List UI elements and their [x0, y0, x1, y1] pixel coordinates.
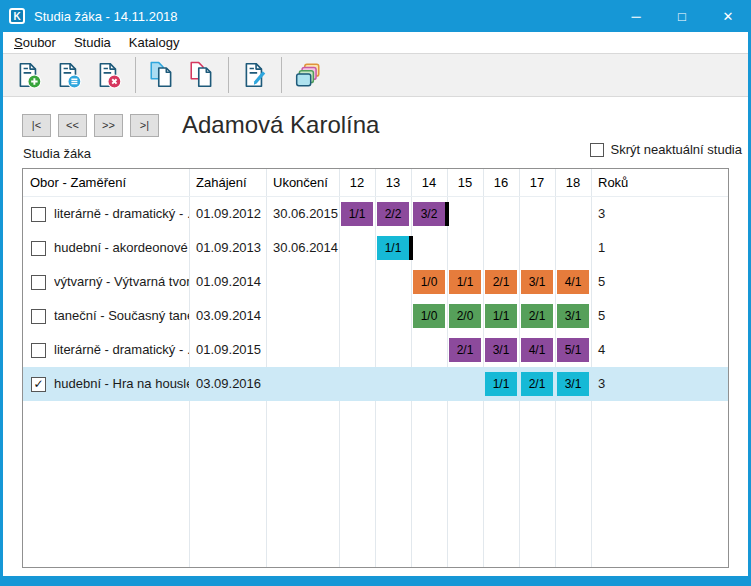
menu-item-studia[interactable]: Studia — [65, 32, 120, 53]
study-checkbox[interactable]: ✓ — [31, 377, 46, 392]
study-name-cell: výtvarný - Výtvarná tvor — [23, 265, 189, 299]
toolbar-separator — [281, 57, 282, 93]
years-count: 1 — [591, 231, 728, 265]
end-date: 30.06.2015 — [266, 197, 339, 231]
study-checkbox[interactable] — [31, 343, 46, 358]
years-count: 3 — [591, 197, 728, 231]
year-cell: 3/2 — [413, 202, 445, 226]
start-date: 03.09.2016 — [189, 367, 266, 401]
menu-item-soubor[interactable]: Soubor — [5, 32, 65, 53]
study-detail-icon — [55, 61, 83, 89]
previous-record-button[interactable]: << — [58, 114, 87, 137]
menu-item-katalogy[interactable]: Katalogy — [120, 32, 189, 53]
checkbox-icon[interactable] — [590, 143, 604, 157]
study-name: výtvarný - Výtvarná tvor — [54, 265, 189, 299]
year-cell: 2/1 — [449, 338, 481, 362]
year-cell: 1/1 — [341, 202, 373, 226]
column-header: 13 — [375, 169, 411, 196]
student-name: Adamová Karolína — [182, 111, 379, 139]
last-record-button[interactable]: >| — [130, 114, 159, 137]
table-header: Obor - ZaměřeníZahájeníUkončení121314151… — [23, 169, 728, 197]
toolbar-separator — [135, 57, 136, 93]
year-cell: 3/1 — [521, 270, 553, 294]
table-row[interactable]: výtvarný - Výtvarná tvor01.09.20141/01/1… — [23, 265, 728, 299]
study-detail-button[interactable] — [49, 56, 89, 94]
menu-bar: SouborStudiaKatalogy — [3, 32, 748, 53]
catalogs-button[interactable] — [288, 56, 328, 94]
years-count: 4 — [591, 333, 728, 367]
copy-study-red-button[interactable] — [182, 56, 222, 94]
first-record-button[interactable]: |< — [22, 114, 51, 137]
year-cell: 2/2 — [377, 202, 409, 226]
app-window: K Studia žáka - 14.11.2018 ─ □ ✕ SouborS… — [0, 0, 751, 586]
table-row[interactable]: literárně - dramatický - ...01.09.20152/… — [23, 333, 728, 367]
start-date: 01.09.2013 — [189, 231, 266, 265]
year-cell: 3/1 — [557, 372, 589, 396]
record-navigator: |< << >> >| Adamová Karolína — [22, 111, 379, 139]
year-cell: 2/1 — [485, 270, 517, 294]
column-header: Ukončení — [266, 169, 339, 196]
catalogs-icon — [294, 61, 322, 89]
app-icon: K — [9, 8, 25, 24]
window-title: Studia žáka - 14.11.2018 — [34, 9, 178, 24]
hide-inactive-checkbox[interactable]: Skrýt neaktuální studia — [590, 142, 742, 157]
table-body: literárně - dramatický - ...01.09.201230… — [23, 197, 728, 401]
next-record-button[interactable]: >> — [94, 114, 123, 137]
study-name: hudební - Hra na housle — [54, 367, 189, 401]
table-row[interactable]: hudební - akordeonové01.09.201330.06.201… — [23, 231, 728, 265]
year-cell: 5/1 — [557, 338, 589, 362]
end-date — [266, 265, 339, 299]
copy-study-red-icon — [188, 61, 216, 89]
year-cell: 1/0 — [413, 270, 445, 294]
column-header: 12 — [339, 169, 375, 196]
title-bar: K Studia žáka - 14.11.2018 ─ □ ✕ — [0, 0, 751, 32]
study-checkbox[interactable] — [31, 309, 46, 324]
column-header: Roků — [591, 169, 728, 196]
study-name: hudební - akordeonové — [54, 231, 188, 265]
study-checkbox[interactable] — [31, 275, 46, 290]
year-cell: 4/1 — [557, 270, 589, 294]
year-cell: 2/0 — [449, 304, 481, 328]
study-name-cell: literárně - dramatický - ... — [23, 197, 189, 231]
end-date — [266, 299, 339, 333]
close-button[interactable]: ✕ — [705, 0, 751, 32]
copy-study-icon — [148, 61, 176, 89]
year-cell: 1/1 — [377, 236, 409, 260]
study-name-cell: taneční - Současný tanec — [23, 299, 189, 333]
column-header: 17 — [519, 169, 555, 196]
column-header: Obor - Zaměření — [23, 169, 189, 196]
year-cell: 2/1 — [521, 304, 553, 328]
year-cell: 1/1 — [449, 270, 481, 294]
minimize-button[interactable]: ─ — [613, 0, 659, 32]
toolbar-separator — [228, 57, 229, 93]
year-cell: 1/0 — [413, 304, 445, 328]
start-date: 01.09.2015 — [189, 333, 266, 367]
maximize-button[interactable]: □ — [659, 0, 705, 32]
window-controls: ─ □ ✕ — [613, 0, 751, 32]
copy-study-button[interactable] — [142, 56, 182, 94]
study-checkbox[interactable] — [31, 241, 46, 256]
client-area: |< << >> >| Adamová Karolína Studia žáka… — [3, 97, 748, 576]
new-study-icon — [15, 61, 43, 89]
year-cell: 3/1 — [557, 304, 589, 328]
year-cell: 4/1 — [521, 338, 553, 362]
column-header: 16 — [483, 169, 519, 196]
section-label: Studia žáka — [23, 146, 91, 161]
column-header: 14 — [411, 169, 447, 196]
study-name-cell: literárně - dramatický - ... — [23, 333, 189, 367]
year-cell: 3/1 — [485, 338, 517, 362]
hide-inactive-label: Skrýt neaktuální studia — [610, 142, 742, 157]
edit-study-button[interactable] — [235, 56, 275, 94]
delete-study-button[interactable] — [89, 56, 129, 94]
years-count: 5 — [591, 299, 728, 333]
new-study-button[interactable] — [9, 56, 49, 94]
delete-study-icon — [95, 61, 123, 89]
years-count: 3 — [591, 367, 728, 401]
end-date: 30.06.2014 — [266, 231, 339, 265]
table-row[interactable]: literárně - dramatický - ...01.09.201230… — [23, 197, 728, 231]
years-count: 5 — [591, 265, 728, 299]
table-row[interactable]: taneční - Současný tanec03.09.20141/02/0… — [23, 299, 728, 333]
start-date: 03.09.2014 — [189, 299, 266, 333]
study-checkbox[interactable] — [31, 207, 46, 222]
table-row[interactable]: ✓hudební - Hra na housle03.09.20161/12/1… — [23, 367, 728, 401]
